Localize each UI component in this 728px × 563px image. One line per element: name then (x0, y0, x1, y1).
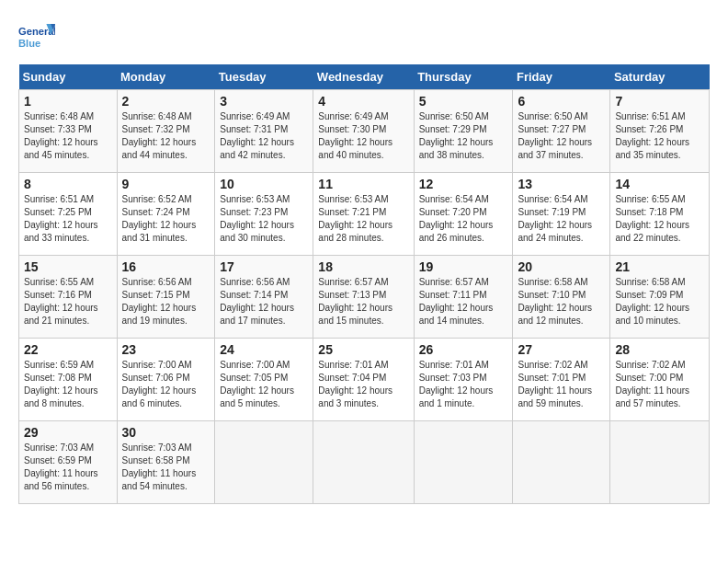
calendar-day-cell: 5Sunrise: 6:50 AMSunset: 7:29 PMDaylight… (414, 90, 513, 173)
calendar-day-cell: 28Sunrise: 7:02 AMSunset: 7:00 PMDayligh… (610, 339, 710, 421)
calendar-empty-cell (513, 421, 610, 504)
header-saturday: Saturday (610, 64, 710, 90)
day-detail: Sunrise: 7:00 AMSunset: 7:06 PMDaylight:… (122, 359, 210, 410)
day-detail: Sunrise: 6:49 AMSunset: 7:30 PMDaylight:… (318, 110, 408, 162)
calendar-day-cell: 19Sunrise: 6:57 AMSunset: 7:11 PMDayligh… (414, 256, 513, 339)
calendar-day-cell: 14Sunrise: 6:55 AMSunset: 7:18 PMDayligh… (610, 173, 710, 256)
calendar-day-cell: 25Sunrise: 7:01 AMSunset: 7:04 PMDayligh… (313, 339, 414, 421)
calendar-day-cell: 29Sunrise: 7:03 AMSunset: 6:59 PMDayligh… (19, 421, 118, 504)
day-number: 5 (419, 94, 508, 109)
day-number: 29 (24, 425, 112, 440)
calendar-day-cell: 24Sunrise: 7:00 AMSunset: 7:05 PMDayligh… (215, 339, 313, 421)
day-number: 27 (518, 342, 605, 357)
calendar-day-cell: 12Sunrise: 6:54 AMSunset: 7:20 PMDayligh… (414, 173, 513, 256)
calendar-day-cell: 2Sunrise: 6:48 AMSunset: 7:32 PMDaylight… (117, 90, 215, 173)
day-detail: Sunrise: 6:50 AMSunset: 7:27 PMDaylight:… (518, 110, 605, 162)
day-number: 23 (122, 342, 210, 357)
calendar-day-cell: 21Sunrise: 6:58 AMSunset: 7:09 PMDayligh… (610, 256, 710, 339)
calendar-table: SundayMondayTuesdayWednesdayThursdayFrid… (18, 64, 710, 504)
day-number: 11 (318, 177, 408, 191)
calendar-empty-cell (610, 421, 710, 504)
calendar-empty-cell (215, 421, 313, 504)
page-header: General Blue (18, 18, 710, 55)
calendar-day-cell: 8Sunrise: 6:51 AMSunset: 7:25 PMDaylight… (19, 173, 118, 256)
logo: General Blue (18, 18, 59, 55)
calendar-header-row: SundayMondayTuesdayWednesdayThursdayFrid… (19, 64, 710, 90)
calendar-day-cell: 15Sunrise: 6:55 AMSunset: 7:16 PMDayligh… (19, 256, 118, 339)
calendar-empty-cell (414, 421, 513, 504)
day-detail: Sunrise: 7:00 AMSunset: 7:05 PMDaylight:… (220, 359, 308, 410)
calendar-day-cell: 17Sunrise: 6:56 AMSunset: 7:14 PMDayligh… (215, 256, 313, 339)
day-number: 17 (220, 259, 308, 274)
svg-text:Blue: Blue (18, 38, 40, 49)
logo-icon: General Blue (18, 18, 55, 55)
day-detail: Sunrise: 6:53 AMSunset: 7:23 PMDaylight:… (220, 193, 308, 245)
day-detail: Sunrise: 7:02 AMSunset: 7:00 PMDaylight:… (615, 359, 704, 410)
day-number: 18 (318, 259, 408, 274)
day-detail: Sunrise: 6:58 AMSunset: 7:10 PMDaylight:… (518, 276, 605, 327)
day-number: 30 (122, 425, 210, 440)
day-number: 15 (24, 259, 112, 274)
calendar-day-cell: 23Sunrise: 7:00 AMSunset: 7:06 PMDayligh… (117, 339, 215, 421)
day-number: 9 (122, 177, 210, 191)
day-number: 22 (24, 342, 112, 357)
calendar-week-row: 1Sunrise: 6:48 AMSunset: 7:33 PMDaylight… (19, 90, 710, 173)
calendar-day-cell: 11Sunrise: 6:53 AMSunset: 7:21 PMDayligh… (313, 173, 414, 256)
calendar-day-cell: 26Sunrise: 7:01 AMSunset: 7:03 PMDayligh… (414, 339, 513, 421)
day-detail: Sunrise: 6:53 AMSunset: 7:21 PMDaylight:… (318, 193, 408, 245)
calendar-day-cell: 7Sunrise: 6:51 AMSunset: 7:26 PMDaylight… (610, 90, 710, 173)
calendar-week-row: 15Sunrise: 6:55 AMSunset: 7:16 PMDayligh… (19, 256, 710, 339)
day-detail: Sunrise: 7:03 AMSunset: 6:59 PMDaylight:… (24, 442, 112, 493)
day-number: 7 (615, 94, 704, 109)
calendar-empty-cell (313, 421, 414, 504)
calendar-week-row: 8Sunrise: 6:51 AMSunset: 7:25 PMDaylight… (19, 173, 710, 256)
day-number: 2 (122, 94, 210, 109)
day-number: 26 (419, 342, 508, 357)
day-detail: Sunrise: 6:54 AMSunset: 7:20 PMDaylight:… (419, 193, 508, 245)
header-friday: Friday (513, 64, 610, 90)
calendar-week-row: 22Sunrise: 6:59 AMSunset: 7:08 PMDayligh… (19, 339, 710, 421)
day-number: 25 (318, 342, 408, 357)
day-detail: Sunrise: 6:54 AMSunset: 7:19 PMDaylight:… (518, 193, 605, 245)
calendar-day-cell: 9Sunrise: 6:52 AMSunset: 7:24 PMDaylight… (117, 173, 215, 256)
day-detail: Sunrise: 6:51 AMSunset: 7:25 PMDaylight:… (24, 193, 112, 245)
calendar-day-cell: 20Sunrise: 6:58 AMSunset: 7:10 PMDayligh… (513, 256, 610, 339)
day-detail: Sunrise: 6:57 AMSunset: 7:13 PMDaylight:… (318, 276, 408, 327)
header-thursday: Thursday (414, 64, 513, 90)
day-detail: Sunrise: 6:50 AMSunset: 7:29 PMDaylight:… (419, 110, 508, 162)
day-detail: Sunrise: 6:59 AMSunset: 7:08 PMDaylight:… (24, 359, 112, 410)
calendar-day-cell: 6Sunrise: 6:50 AMSunset: 7:27 PMDaylight… (513, 90, 610, 173)
day-detail: Sunrise: 7:02 AMSunset: 7:01 PMDaylight:… (518, 359, 605, 410)
calendar-week-row: 29Sunrise: 7:03 AMSunset: 6:59 PMDayligh… (19, 421, 710, 504)
day-number: 28 (615, 342, 704, 357)
day-number: 16 (122, 259, 210, 274)
day-number: 1 (24, 94, 112, 109)
day-detail: Sunrise: 6:51 AMSunset: 7:26 PMDaylight:… (615, 110, 704, 162)
day-detail: Sunrise: 6:49 AMSunset: 7:31 PMDaylight:… (220, 110, 308, 162)
calendar-day-cell: 27Sunrise: 7:02 AMSunset: 7:01 PMDayligh… (513, 339, 610, 421)
calendar-day-cell: 3Sunrise: 6:49 AMSunset: 7:31 PMDaylight… (215, 90, 313, 173)
calendar-day-cell: 22Sunrise: 6:59 AMSunset: 7:08 PMDayligh… (19, 339, 118, 421)
day-detail: Sunrise: 6:52 AMSunset: 7:24 PMDaylight:… (122, 193, 210, 245)
day-detail: Sunrise: 7:01 AMSunset: 7:04 PMDaylight:… (318, 359, 408, 410)
header-tuesday: Tuesday (215, 64, 313, 90)
day-number: 6 (518, 94, 605, 109)
day-number: 24 (220, 342, 308, 357)
day-detail: Sunrise: 7:01 AMSunset: 7:03 PMDaylight:… (419, 359, 508, 410)
day-detail: Sunrise: 6:48 AMSunset: 7:33 PMDaylight:… (24, 110, 112, 162)
calendar-day-cell: 30Sunrise: 7:03 AMSunset: 6:58 PMDayligh… (117, 421, 215, 504)
calendar-day-cell: 13Sunrise: 6:54 AMSunset: 7:19 PMDayligh… (513, 173, 610, 256)
day-detail: Sunrise: 6:56 AMSunset: 7:14 PMDaylight:… (220, 276, 308, 327)
day-number: 12 (419, 177, 508, 191)
calendar-day-cell: 16Sunrise: 6:56 AMSunset: 7:15 PMDayligh… (117, 256, 215, 339)
day-detail: Sunrise: 6:57 AMSunset: 7:11 PMDaylight:… (419, 276, 508, 327)
header-monday: Monday (117, 64, 215, 90)
calendar-day-cell: 18Sunrise: 6:57 AMSunset: 7:13 PMDayligh… (313, 256, 414, 339)
day-number: 4 (318, 94, 408, 109)
day-number: 21 (615, 259, 704, 274)
day-detail: Sunrise: 7:03 AMSunset: 6:58 PMDaylight:… (122, 442, 210, 493)
day-detail: Sunrise: 6:58 AMSunset: 7:09 PMDaylight:… (615, 276, 704, 327)
day-number: 14 (615, 177, 704, 191)
calendar-day-cell: 1Sunrise: 6:48 AMSunset: 7:33 PMDaylight… (19, 90, 118, 173)
day-number: 10 (220, 177, 308, 191)
